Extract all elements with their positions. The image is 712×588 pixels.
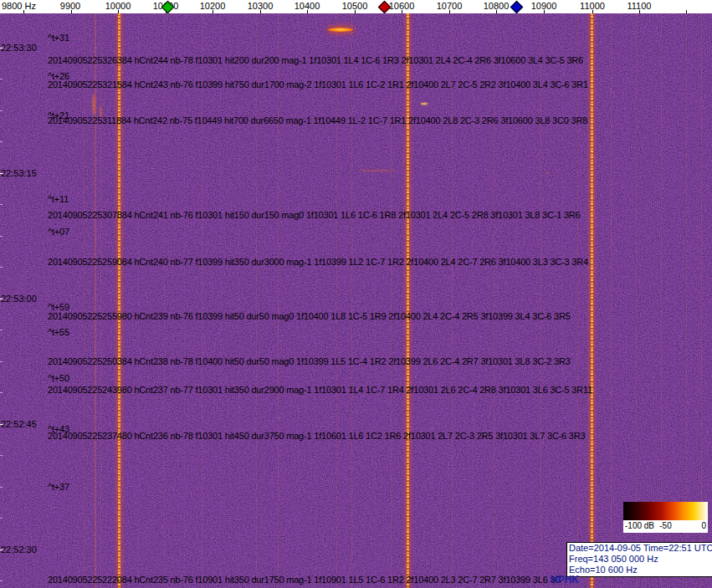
freq-tick <box>118 10 119 13</box>
freq-tick <box>355 10 356 13</box>
event-marker: ^t+37 <box>48 482 69 492</box>
freq-tick <box>213 10 213 13</box>
meteor-echo <box>328 28 353 32</box>
detection-line: 20140905225250384 hCnt238 nb-78 f10400 h… <box>48 356 571 366</box>
event-marker: ^t+55 <box>48 327 69 337</box>
event-marker: ^t+31 <box>48 33 69 43</box>
meteor-echo <box>358 170 397 171</box>
freq-tick <box>449 10 450 13</box>
db-label-mid: -50 <box>659 521 671 530</box>
detection-line: 20140905225222084 hCnt235 nb-76 f10901 h… <box>48 575 561 585</box>
db-scale-labels: -100 dB -50 0 <box>623 520 708 533</box>
time-label: 22:52:30 <box>1 545 37 555</box>
detection-line: 20140905225326384 hCnt244 nb-78 f10301 h… <box>48 55 583 65</box>
detection-line: 20140905225237480 hCnt236 nb-78 f10301 h… <box>48 431 585 441</box>
carrier-line-11000 <box>591 13 593 588</box>
freq-tick <box>71 10 72 13</box>
info-echo-line: Echo=10 600 Hz <box>569 565 711 575</box>
freq-tick <box>592 10 593 13</box>
spectrogram-waterfall <box>0 13 712 588</box>
detection-line: 20140905225311884 hCnt242 nb-75 f10449 h… <box>48 115 587 125</box>
carrier-line-10000 <box>118 13 120 588</box>
meteor-echo <box>546 172 550 174</box>
freq-tick <box>639 10 640 13</box>
db-label-min: -100 dB <box>625 521 654 530</box>
freq-tick <box>307 10 308 13</box>
time-label: 22:53:15 <box>1 168 37 178</box>
freq-tick <box>402 10 402 13</box>
event-marker: ^t+50 <box>48 373 69 383</box>
db-label-max: 0 <box>701 521 706 530</box>
db-scale-legend: -100 dB -50 0 <box>623 502 708 533</box>
info-date-line: Date=2014-09-05 Time=22:51 UTC <box>569 543 711 554</box>
time-label: 22:53:30 <box>1 43 37 53</box>
freq-label: 9900 <box>60 1 80 11</box>
time-label: 22:52:45 <box>1 419 37 429</box>
detection-line: 20140905225307884 hCnt241 nb-76 f10301 h… <box>48 210 581 220</box>
event-marker: ^t+07 <box>48 227 69 237</box>
freq-tick <box>260 10 261 13</box>
frequency-axis: 9800 Hz 9900 10000 10100 10200 10300 104… <box>0 0 712 13</box>
event-marker: ^t+11 <box>48 194 69 204</box>
freq-tick <box>686 10 687 13</box>
meteor-echo <box>92 94 95 115</box>
detection-line: 20140905225255980 hCnt239 nb-76 f10399 h… <box>48 311 571 321</box>
time-label: 22:53:00 <box>1 294 37 304</box>
spectrogram-app: 9800 Hz 9900 10000 10100 10200 10300 104… <box>0 0 712 588</box>
station-id: HPHK <box>551 574 579 585</box>
info-box: Date=2014-09-05 Time=22:51 UTC Freq=143 … <box>566 542 712 577</box>
meteor-echo <box>420 102 428 105</box>
carrier-line-10600 <box>407 13 409 588</box>
db-gradient-bar <box>623 502 708 520</box>
freq-tick <box>496 10 497 13</box>
freq-tick <box>23 10 24 13</box>
info-freq-line: Freq=143 050 000 Hz <box>569 554 711 565</box>
freq-tick <box>544 10 545 13</box>
detection-line: 20140905225243980 hCnt237 nb-77 f10301 h… <box>48 385 592 395</box>
detection-line: 20140905225259084 hCnt240 nb-77 f10399 h… <box>48 257 588 267</box>
detection-line: 20140905225321584 hCnt243 nb-76 f10399 h… <box>48 79 588 89</box>
freq-label: 9800 Hz <box>2 1 36 11</box>
